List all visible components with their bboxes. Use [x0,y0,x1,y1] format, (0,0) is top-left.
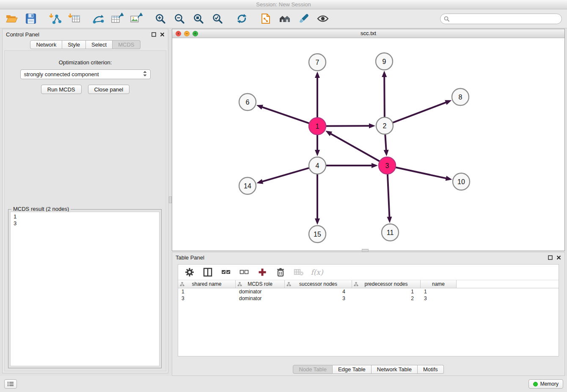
delete-table-button[interactable] [293,267,304,278]
zoom-window-icon[interactable] [193,31,198,36]
zoom-in-icon [155,13,166,24]
column-header-successor-nodes[interactable]: successor nodes [285,280,352,288]
export-network-button[interactable] [91,12,105,25]
graph-edge-arrowhead [387,217,392,223]
run-mcds-button[interactable]: Run MCDS [41,85,82,94]
splitter-handle-vertical[interactable] [169,196,172,203]
mcds-result-content[interactable]: 1 3 [10,212,160,366]
zoom-selected-button[interactable] [211,12,224,25]
cell-shared-name[interactable]: 3 [178,295,236,301]
graph-node-label: 4 [316,162,319,169]
tab-mcds[interactable]: MCDS [113,40,140,49]
save-session-button[interactable] [24,12,38,25]
select-all-columns-button[interactable] [220,267,231,278]
zoom-in-button[interactable] [154,12,167,25]
column-label: name [432,281,445,287]
close-window-icon[interactable] [176,31,181,36]
criterion-selected-value: strongly connected component [24,71,99,77]
control-panel-title: Control Panel [6,31,39,38]
graph-edge-1-6[interactable] [262,107,309,123]
layout-group [235,12,248,25]
show-hide-button[interactable] [316,12,330,25]
import-network-button[interactable] [48,12,62,25]
column-view-button[interactable] [202,267,213,278]
close-panel-button[interactable]: Close panel [88,85,130,94]
network-window-title: scc.txt [361,30,376,36]
graph-edge-3-1[interactable] [331,134,380,161]
table-settings-button[interactable] [184,267,195,278]
search-box [440,14,562,24]
column-label: predecessor nodes [364,281,407,287]
function-builder-button[interactable]: f(x) [311,267,322,278]
graph-edge-arrowhead [315,72,320,78]
tab-motifs[interactable]: Motifs [418,365,444,374]
column-header-predecessor-nodes[interactable]: predecessor nodes [352,280,421,288]
trash-icon [276,268,285,277]
import-table-button[interactable] [67,12,81,25]
cell-predecessor-nodes[interactable]: 2 [352,295,421,301]
network-canvas[interactable]: 7968124314101511 [172,38,564,251]
tab-style[interactable]: Style [62,40,86,49]
column-view-icon [203,268,212,277]
minimize-window-icon[interactable] [184,31,190,36]
float-panel-icon[interactable] [151,32,156,37]
cell-successor-nodes[interactable]: 4 [285,289,352,295]
home-icon [279,14,291,24]
zoom-fit-button[interactable] [192,12,205,25]
graph-edge-4-14[interactable] [263,168,309,182]
export-table-button[interactable] [110,12,124,25]
tab-select[interactable]: Select [86,40,113,49]
column-label: shared name [192,281,221,287]
table-row[interactable]: 1 dominator 4 1 1 [178,288,559,295]
table-row[interactable]: 3 dominator 3 2 3 [178,295,559,302]
column-header-name[interactable]: name [421,280,457,288]
tab-network-table[interactable]: Network Table [372,365,418,374]
tab-node-table[interactable]: Node Table [293,365,333,374]
graph-edge-1-2[interactable] [326,126,369,126]
zoom-out-button[interactable] [173,12,186,25]
home-networks-button[interactable] [278,12,292,25]
document-network-button[interactable] [259,12,272,25]
criterion-select[interactable]: strongly connected component [20,69,151,79]
open-file-button[interactable] [5,12,19,25]
graph-edge-arrowhead [256,179,263,184]
mcds-result-title: MCDS result (2 nodes) [11,206,71,212]
cell-mcds-role[interactable]: dominator [236,289,285,295]
style-brush-button[interactable] [297,12,311,25]
export-image-button[interactable] [129,12,143,25]
select-stepper-icon [143,71,147,78]
tab-edge-table[interactable]: Edge Table [333,365,372,374]
graph-edge-3-11[interactable] [388,174,389,217]
network-window-titlebar[interactable]: scc.txt [172,29,564,38]
file-group [5,12,38,25]
memory-button[interactable]: Memory [528,379,563,389]
graph-edge-2-9[interactable] [384,77,385,117]
tab-network[interactable]: Network [30,40,62,49]
graph-edge-2-3[interactable] [385,134,386,150]
close-panel-icon[interactable] [160,32,165,37]
column-header-shared-name[interactable]: shared name [178,280,236,288]
cell-shared-name[interactable]: 1 [178,289,236,295]
attribute-icon [286,282,291,287]
float-panel-icon[interactable] [548,255,553,260]
graph-edge-2-8[interactable] [393,102,446,123]
cell-mcds-role[interactable]: dominator [236,295,285,301]
add-row-button[interactable] [257,267,268,278]
table-panel-titlebar: Table Panel [172,252,564,262]
cell-predecessor-nodes[interactable]: 1 [352,289,421,295]
graph-edge-3-10[interactable] [396,167,446,178]
cell-name[interactable]: 1 [421,289,457,295]
unselect-all-columns-button[interactable] [239,267,250,278]
close-panel-icon[interactable] [556,255,561,260]
document-network-icon [261,13,271,24]
splitter-handle-horizontal[interactable] [362,249,369,252]
show-panel-list-button[interactable] [4,379,17,389]
zoom-out-icon [174,13,185,24]
search-input[interactable] [440,14,562,24]
cell-name[interactable]: 3 [421,295,457,301]
apply-layout-button[interactable] [235,12,248,25]
column-header-mcds-role[interactable]: MCDS role [236,280,285,288]
delete-row-button[interactable] [275,267,286,278]
cell-successor-nodes[interactable]: 3 [285,295,352,301]
zoom-group [154,12,224,25]
